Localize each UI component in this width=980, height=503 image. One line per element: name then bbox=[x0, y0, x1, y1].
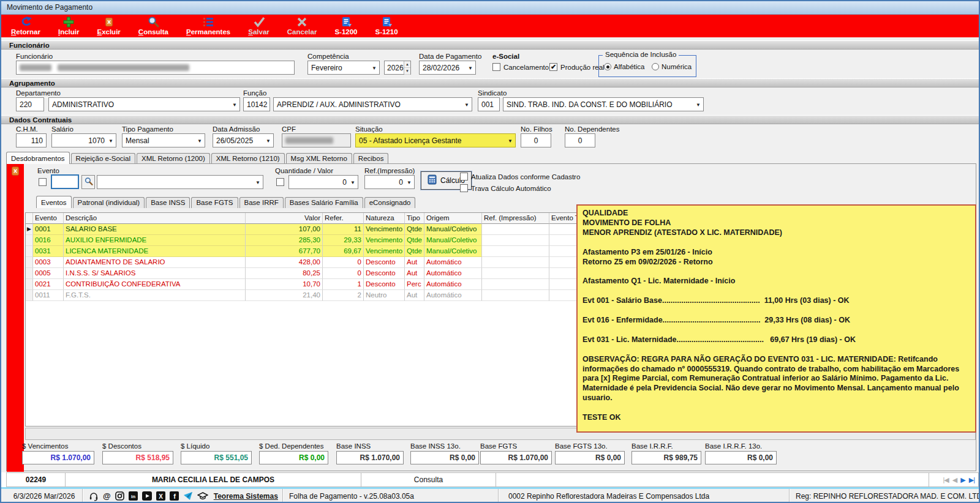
col-ref-impressao[interactable]: Ref. (Impressão) bbox=[482, 213, 549, 224]
cancelamento-checkbox[interactable]: Cancelamento bbox=[492, 63, 549, 71]
sequencia-inclusao-label: Sequência de Inclusão bbox=[603, 51, 679, 58]
cpf-field[interactable] bbox=[282, 133, 351, 147]
at-icon[interactable]: @ bbox=[103, 491, 111, 501]
producao-real-checkbox-box[interactable] bbox=[549, 63, 557, 71]
trava-calculo-checkbox[interactable]: Trava Cálculo Automático bbox=[460, 184, 551, 192]
toolbar-button[interactable]: Cancelar bbox=[281, 15, 323, 37]
year-down-icon[interactable]: ▼ bbox=[404, 68, 410, 75]
col-tipo[interactable]: Tipo bbox=[405, 213, 424, 224]
main-tab[interactable]: Recibos bbox=[353, 153, 389, 164]
tipo-pagamento-select[interactable]: Mensal bbox=[122, 133, 205, 147]
main-tab[interactable]: Desdobramentos bbox=[6, 152, 70, 164]
toolbar-button-label: Incluir bbox=[58, 28, 80, 36]
funcao-select[interactable]: APRENDIZ / AUX. ADMINISTRATIVO bbox=[273, 97, 472, 111]
alfabetica-radio[interactable]: Alfabética bbox=[604, 63, 645, 70]
note-panel[interactable]: QUALIDADE MOVIMENTO DE FOLHA MENOR APREN… bbox=[576, 204, 976, 433]
youtube-icon[interactable] bbox=[142, 491, 152, 501]
evento-checkbox[interactable] bbox=[39, 178, 47, 186]
sindicato-select[interactable]: SIND. TRAB. IND. DA CONST. E DO MOBILIÁR… bbox=[503, 97, 704, 111]
teorema-sistemas-link[interactable]: Teorema Sistemas bbox=[214, 492, 278, 501]
status-app-version: Folha de Pagamento - v.25.08a03.05a bbox=[283, 489, 499, 503]
toolbar-button-label: S-1210 bbox=[375, 28, 398, 36]
toolbar-button[interactable]: S-1200 bbox=[328, 15, 363, 37]
total-label: Base INSS 13o. bbox=[410, 442, 479, 450]
x-social-icon[interactable]: X bbox=[156, 491, 165, 501]
toolbar-button-label: Consulta bbox=[138, 28, 168, 36]
competencia-month-select[interactable]: Fevereiro bbox=[307, 61, 380, 75]
atualiza-dados-checkbox[interactable]: Atualiza Dados conforme Cadastro bbox=[460, 173, 580, 181]
departamento-code-field[interactable]: 220 bbox=[16, 97, 44, 111]
toolbar-button[interactable]: Retornar bbox=[5, 15, 47, 37]
instagram-icon[interactable] bbox=[115, 491, 124, 501]
doc-icon bbox=[380, 16, 393, 28]
last-record-icon[interactable]: ▶| bbox=[969, 476, 974, 484]
graduation-icon[interactable] bbox=[197, 491, 208, 501]
chm-label: C.H.M. bbox=[16, 125, 38, 133]
telegram-icon[interactable] bbox=[183, 491, 193, 501]
data-admissao-select[interactable]: 26/05/2025 bbox=[213, 133, 274, 147]
sindicato-code-field[interactable]: 001 bbox=[478, 97, 500, 111]
headset-icon[interactable] bbox=[89, 491, 99, 501]
toolbar-button[interactable]: S-1210 bbox=[369, 15, 404, 37]
linkedin-icon[interactable]: in bbox=[129, 491, 138, 501]
status-bar: 6/3/2026 Mar/2026 @inXf Teorema Sistemas… bbox=[1, 489, 979, 503]
evento-description-select[interactable] bbox=[97, 175, 263, 189]
sub-tab[interactable]: Patronal (individual) bbox=[73, 197, 145, 208]
col-evento[interactable]: Evento bbox=[33, 213, 64, 224]
funcao-label: Função bbox=[243, 89, 266, 97]
toolbar-button[interactable]: Consulta bbox=[132, 15, 175, 37]
sub-tab[interactable]: Bases Salário Família bbox=[285, 197, 363, 208]
col-origem[interactable]: Origem bbox=[424, 213, 482, 224]
competencia-year-stepper[interactable]: 2026 ▲▼ bbox=[384, 61, 411, 75]
col-refer[interactable]: Refer. bbox=[323, 213, 364, 224]
esocial-label: e-Social bbox=[492, 53, 519, 60]
sub-tab[interactable]: eConsignado bbox=[364, 197, 416, 208]
salario-select[interactable]: 1070 bbox=[51, 133, 116, 147]
toolbar-button[interactable]: Incluir bbox=[52, 15, 86, 37]
filhos-field[interactable]: 0 bbox=[521, 133, 551, 147]
record-name: MARIA CECILIA LEAL DE CAMPOS bbox=[66, 472, 361, 487]
total-label: Base FGTS bbox=[480, 442, 552, 450]
employee-field[interactable] bbox=[16, 61, 295, 75]
chm-field[interactable]: 110 bbox=[16, 133, 47, 147]
col-descricao[interactable]: Descrição bbox=[64, 213, 246, 224]
main-tab[interactable]: XML Retorno (1200) bbox=[137, 153, 210, 164]
main-tab[interactable]: XML Retorno (1210) bbox=[211, 153, 285, 164]
main-tab[interactable]: Rejeição e-Social bbox=[71, 153, 136, 164]
first-record-icon[interactable]: |◀ bbox=[943, 476, 948, 484]
funcao-code-field[interactable]: 10142 bbox=[243, 97, 270, 111]
status-registration: Reg: REPINHO REFLORESTADORA MAD. E COM. … bbox=[790, 489, 979, 503]
prev-record-icon[interactable]: ◀ bbox=[952, 476, 957, 484]
departamento-select[interactable]: ADMINISTRATIVO bbox=[48, 97, 240, 111]
ref-impressao-select[interactable]: 0 bbox=[364, 175, 415, 189]
sub-tab[interactable]: Base FGTS bbox=[191, 197, 238, 208]
data-pagamento-select[interactable]: 28/02/2026 bbox=[419, 61, 476, 75]
facebook-icon[interactable]: f bbox=[170, 491, 179, 501]
next-record-icon[interactable]: ▶ bbox=[960, 476, 965, 484]
evento-search-button[interactable] bbox=[81, 175, 95, 189]
col-valor[interactable]: Valor bbox=[246, 213, 323, 224]
dependentes-field[interactable]: 0 bbox=[565, 133, 595, 147]
cancelamento-checkbox-box[interactable] bbox=[492, 63, 500, 71]
sub-tab[interactable]: Base INSS bbox=[146, 197, 190, 208]
status-company: 0002 Repinho Reflorestadora Madeiras E C… bbox=[499, 489, 790, 503]
tipo-pagamento-label: Tipo Pagamento bbox=[122, 125, 173, 133]
data-pagamento-label: Data de Pagamento bbox=[419, 53, 481, 60]
main-tab[interactable]: Msg XML Retorno bbox=[286, 153, 352, 164]
toolbar-button[interactable]: Permanentes bbox=[180, 15, 236, 37]
evento-code-input[interactable] bbox=[51, 174, 79, 189]
sub-tab[interactable]: Base IRRF bbox=[239, 197, 284, 208]
year-up-icon[interactable]: ▲ bbox=[404, 61, 410, 68]
delete-record-icon[interactable] bbox=[10, 166, 21, 179]
quantidade-checkbox[interactable] bbox=[276, 178, 284, 186]
total-field: $ Vencimentos R$ 1.070,00 bbox=[22, 442, 94, 464]
toolbar-button[interactable]: Salvar bbox=[242, 15, 276, 37]
numerica-radio[interactable]: Numérica bbox=[652, 63, 692, 70]
sub-tab[interactable]: Eventos bbox=[36, 196, 72, 208]
producao-real-checkbox[interactable]: Produção real bbox=[549, 63, 605, 71]
situacao-select[interactable]: 05 - Afastado Licença Gestante bbox=[355, 133, 516, 147]
quantidade-valor-select[interactable]: 0 bbox=[288, 175, 358, 189]
col-natureza[interactable]: Natureza bbox=[364, 213, 405, 224]
total-value: R$ 0,00 bbox=[595, 453, 621, 462]
toolbar-button[interactable]: Excluir bbox=[91, 15, 126, 37]
